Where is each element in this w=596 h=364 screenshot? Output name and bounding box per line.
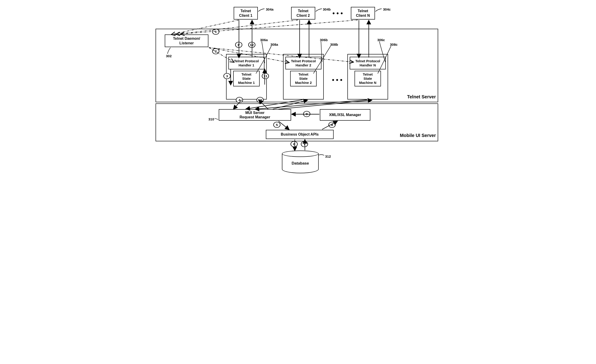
step-2: 2 [212, 48, 219, 54]
handler-group-n: Telnet Protocol Handler N Telnet State M… [347, 54, 388, 99]
state-machine-1: Telnet State Machine 1 [233, 71, 260, 86]
xml-xsl-manager: XML/XSL Manager [320, 109, 370, 121]
step-9: 9 [303, 111, 310, 117]
ref-302: 302 [166, 54, 172, 58]
step-8: 8 [328, 122, 335, 128]
telnet-client-1: Telnet Client 1 [234, 7, 258, 20]
ref-312: 312 [325, 154, 331, 158]
mui-request-manager: MUI Server Request Manager [219, 109, 291, 121]
protocol-handler-n: Telnet Protocol Handler N [350, 57, 386, 69]
ref-308c: 308c [390, 43, 397, 46]
ref-310: 310 [209, 117, 214, 121]
handler-group-1: Telnet Protocol Handler 1 Telnet State M… [226, 54, 267, 99]
state-machine-n: Telnet State Machine N [355, 71, 381, 86]
ref-304a: 304a [266, 7, 273, 11]
state-machine-2: Telnet State Machine 2 [290, 71, 317, 86]
ref-308b: 308b [330, 43, 338, 46]
step-7: 7 [301, 141, 308, 147]
telnet-architecture-diagram: Telnet Client 1 304a Telnet Client 2 304… [151, 5, 445, 184]
telnet-client-n: Telnet Client N [351, 7, 375, 20]
protocol-handler-1: Telnet Protocol Handler 1 [228, 57, 264, 69]
protocol-handler-2: Telnet Protocol Handler 2 [285, 57, 321, 69]
handler-group-2: Telnet Protocol Handler 2 Telnet State M… [283, 54, 324, 99]
handlers-ellipsis: • • • [332, 76, 342, 84]
step-4: 4 [236, 97, 243, 103]
clients-ellipsis: • • • [332, 10, 343, 17]
ref-304b: 304b [323, 7, 331, 11]
mobile-ui-server-label: Mobile UI Server [400, 133, 436, 138]
ref-308a: 308a [270, 43, 278, 46]
step-3: 3 [223, 73, 231, 79]
step-6: 6 [291, 141, 298, 147]
business-object-apis: Business Object APIs [266, 130, 334, 139]
step-12: 12 [248, 42, 255, 48]
ref-306c: 306c [377, 38, 385, 42]
step-11: 11 [262, 73, 269, 79]
step-1p: 1' [235, 42, 242, 48]
step-1: 1 [212, 29, 219, 35]
telnet-daemon: Telnet Daemon/ Listener [165, 35, 209, 47]
step-10: 10 [256, 97, 264, 103]
ref-306b: 306b [320, 38, 328, 42]
telnet-server-label: Telnet Server [407, 94, 436, 99]
step-5: 5 [273, 122, 280, 128]
telnet-client-2: Telnet Client 2 [291, 7, 315, 20]
ref-304c: 304c [383, 7, 391, 11]
ref-306a: 306a [260, 38, 268, 42]
